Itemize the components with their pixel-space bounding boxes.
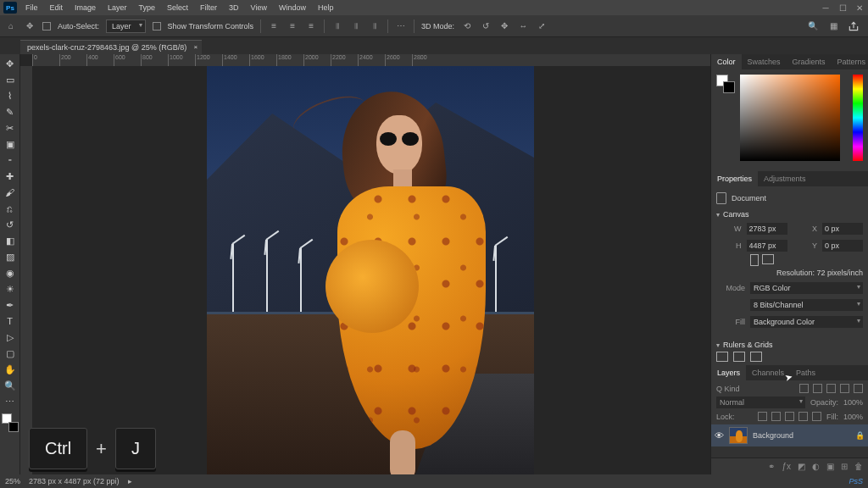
align-bottom-icon[interactable]: ⫴ [369,20,381,32]
status-caret-icon[interactable]: ▸ [128,477,132,485]
quick-select-tool[interactable]: ✎ [2,104,19,119]
zoom-level[interactable]: 25% [5,477,20,485]
shape-tool[interactable]: ▢ [2,346,19,361]
layer-row-background[interactable]: 👁 Background 🔒 [711,424,868,446]
new-layer-icon[interactable]: ⊞ [841,462,848,471]
pen-tool[interactable]: ✒ [2,297,19,313]
visibility-icon[interactable]: 👁 [715,430,724,441]
tab-properties[interactable]: Properties [711,171,758,186]
guides-icon[interactable] [750,352,762,362]
slide-3d-icon[interactable]: ↔ [517,20,529,32]
menu-file[interactable]: File [20,2,43,14]
depth-dropdown[interactable]: 8 Bits/Channel [750,299,863,311]
fx-icon[interactable]: ƒx [782,462,791,471]
menu-type[interactable]: Type [134,2,161,14]
close-tab-icon[interactable]: × [194,43,198,51]
type-tool[interactable]: T [2,313,19,329]
layer-thumb[interactable] [729,427,748,444]
share-icon[interactable] [848,20,860,32]
link-layers-icon[interactable]: ⚭ [768,462,775,471]
height-field[interactable] [747,240,787,252]
canvas-area[interactable]: 0200400600800100012001400160018002000220… [20,54,710,474]
move-tool[interactable]: ✥ [2,56,19,71]
layer-name[interactable]: Background [753,431,793,440]
color-fg-bg[interactable] [716,75,735,93]
tab-channels[interactable]: Channels [746,365,790,380]
group-icon[interactable]: ▣ [826,462,834,471]
opacity-value[interactable]: 100% [843,398,863,407]
scale-3d-icon[interactable]: ⤢ [536,20,548,32]
mask-icon[interactable]: ◩ [798,462,805,471]
landscape-icon[interactable] [762,254,774,264]
align-left-icon[interactable]: ≡ [268,20,280,32]
menu-3d[interactable]: 3D [224,2,244,14]
orbit-3d-icon[interactable]: ⟲ [461,20,473,32]
menu-window[interactable]: Window [274,2,311,14]
auto-select-dropdown[interactable]: Layer [106,19,146,33]
fill-pct-value[interactable]: 100% [843,413,863,421]
pan-3d-icon[interactable]: ✥ [498,20,510,32]
trash-icon[interactable]: 🗑 [854,462,863,471]
menu-select[interactable]: Select [162,2,193,14]
workspace-icon[interactable]: ▦ [827,20,839,32]
layer-filter-icons[interactable] [799,384,863,393]
x-field[interactable] [822,223,863,235]
crop-tool[interactable]: ✂ [2,120,19,136]
lasso-tool[interactable]: ⌇ [2,88,19,103]
rulers-section[interactable]: Rulers & Grids [716,341,863,349]
distribute-icon[interactable]: ⋯ [395,20,407,32]
adjustment-icon[interactable]: ◐ [812,462,820,471]
tab-paths[interactable]: Paths [790,365,821,380]
frame-tool[interactable]: ▣ [2,136,19,152]
rulers-icon[interactable] [716,352,728,362]
blur-tool[interactable]: ◉ [2,265,19,280]
background-color[interactable] [8,422,19,432]
hue-slider[interactable] [853,75,863,161]
zoom-tool[interactable]: 🔍 [2,378,19,393]
lock-icons[interactable] [758,412,821,421]
align-center-v-icon[interactable]: ⫴ [350,20,362,32]
width-field[interactable] [747,223,787,235]
align-right-icon[interactable]: ≡ [305,20,317,32]
history-brush-tool[interactable]: ↺ [2,217,19,232]
roll-3d-icon[interactable]: ↺ [480,20,492,32]
minimize-button[interactable]: ─ [821,3,831,13]
menu-view[interactable]: View [246,2,272,14]
marquee-tool[interactable]: ▭ [2,72,19,87]
eyedropper-tool[interactable]: ⁃ [2,152,19,168]
gradient-tool[interactable]: ▨ [2,249,19,264]
eraser-tool[interactable]: ◧ [2,233,19,248]
canvas-section[interactable]: Canvas [716,210,863,219]
document-tab[interactable]: pexels-clark-cruz-2798463.jpg @ 25% (RGB… [20,40,202,54]
show-transform-checkbox[interactable] [153,22,161,30]
portrait-icon[interactable] [750,254,759,266]
maximize-button[interactable]: ☐ [837,3,848,13]
menu-image[interactable]: Image [70,2,101,14]
hand-tool[interactable]: ✋ [2,362,19,377]
healing-tool[interactable]: ✚ [2,169,19,184]
tab-patterns[interactable]: Patterns [832,54,868,69]
grid-icon[interactable] [733,352,745,362]
menu-help[interactable]: Help [313,2,339,14]
close-button[interactable]: ✕ [854,3,865,13]
tab-layers[interactable]: Layers [711,365,746,380]
home-icon[interactable]: ⌂ [5,20,17,32]
fill-dropdown[interactable]: Background Color [750,316,863,328]
edit-toolbar[interactable]: ⋯ [2,394,19,409]
color-field[interactable] [740,75,840,161]
tab-color[interactable]: Color [711,54,742,69]
menu-layer[interactable]: Layer [103,2,132,14]
tab-gradients[interactable]: Gradients [787,54,832,69]
blend-mode-dropdown[interactable]: Normal [716,396,805,408]
document-image[interactable] [207,66,534,474]
lock-icon[interactable]: 🔒 [855,431,865,440]
mode-dropdown[interactable]: RGB Color [750,282,863,294]
search-icon[interactable]: 🔍 [807,20,819,32]
tab-swatches[interactable]: Swatches [742,54,787,69]
menu-edit[interactable]: Edit [45,2,69,14]
fg-bg-colors[interactable] [2,413,19,432]
align-top-icon[interactable]: ⫴ [331,20,343,32]
clone-tool[interactable]: ⎌ [2,201,19,216]
dodge-tool[interactable]: ☀ [2,281,19,297]
align-center-h-icon[interactable]: ≡ [287,20,298,32]
